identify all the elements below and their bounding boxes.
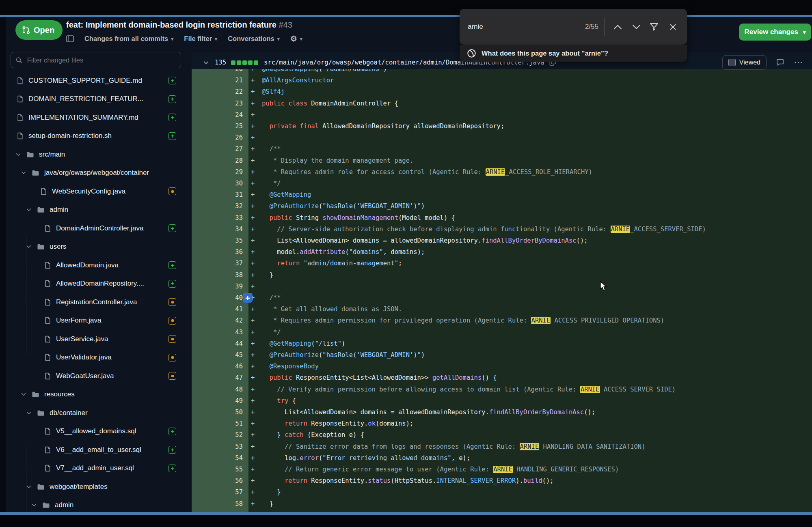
line-number[interactable]: 58 xyxy=(192,498,243,510)
tree-file-row[interactable]: V5__allowed_domains.sql+ xyxy=(0,422,192,441)
sidebar-toggle-icon[interactable] xyxy=(66,35,74,42)
tree-folder-row[interactable]: admin xyxy=(0,201,192,219)
folder-icon xyxy=(37,206,45,213)
tree-file-row[interactable]: IMPLEMENTATION_SUMMARY.md+ xyxy=(0,108,192,127)
diff-added-marker: + xyxy=(251,212,255,224)
line-number[interactable]: 38 xyxy=(192,269,243,281)
line-number[interactable]: 35 xyxy=(192,235,243,246)
find-filter-icon[interactable] xyxy=(647,9,661,45)
line-number[interactable]: 31 xyxy=(192,189,243,200)
line-number[interactable]: 49 xyxy=(192,395,243,407)
line-number[interactable]: 42 xyxy=(192,315,243,326)
tree-folder-row[interactable]: webgoat/templates xyxy=(0,478,192,496)
add-comment-button[interactable]: + xyxy=(243,293,253,303)
line-number[interactable]: 36 xyxy=(192,246,243,258)
tree-file-row[interactable]: WebGoatUser.java xyxy=(0,367,192,385)
tree-file-row[interactable]: DOMAIN_RESTRICTION_FEATUR...+ xyxy=(0,90,192,109)
diff-added-marker: + xyxy=(251,338,255,349)
modified-status-icon xyxy=(168,354,176,361)
ai-find-suggestion[interactable]: What does this page say about "arnie"? xyxy=(460,45,687,62)
filter-files-box[interactable] xyxy=(11,52,181,68)
find-previous-button[interactable] xyxy=(611,9,624,45)
tree-file-row[interactable]: AllowedDomainRepository....+ xyxy=(0,275,192,293)
line-number[interactable]: 39 xyxy=(192,281,243,292)
code-line: 33+ public String showDomainManagement(M… xyxy=(192,212,812,224)
code-line: 49+ try { xyxy=(192,395,812,407)
line-number[interactable]: 21 xyxy=(192,75,243,86)
tree-folder-row[interactable]: users xyxy=(0,238,192,256)
tree-file-row[interactable]: UserValidator.java xyxy=(0,348,192,367)
code-line: 35+ List<AllowedDomain> domains = allowe… xyxy=(192,235,812,246)
line-number[interactable]: 50 xyxy=(192,407,243,418)
tree-file-row[interactable]: UserForm.java xyxy=(0,312,192,330)
review-changes-button[interactable]: Review changes ▾ xyxy=(739,24,811,41)
find-close-button[interactable] xyxy=(666,9,680,45)
tree-folder-row[interactable]: java/org/owasp/webgoat/container xyxy=(0,164,192,183)
pr-number: #43 xyxy=(279,20,292,29)
tree-file-row[interactable]: setup-domain-restriction.sh+ xyxy=(0,127,192,146)
tree-file-row[interactable]: WebSecurityConfig.java xyxy=(0,182,192,201)
tree-file-row[interactable]: V6__add_email_to_user.sql+ xyxy=(0,441,192,459)
line-number[interactable]: 40 xyxy=(192,292,243,303)
collapse-file-chevron-icon[interactable] xyxy=(203,60,209,66)
line-number[interactable]: 22 xyxy=(192,86,243,97)
code-text: log.error("Error retrieving allowed doma… xyxy=(262,452,470,464)
find-next-button[interactable] xyxy=(629,9,643,45)
line-number[interactable]: 55 xyxy=(192,464,243,475)
diff-added-marker: + xyxy=(251,407,255,418)
filter-changed-files-input[interactable] xyxy=(26,56,176,65)
line-number[interactable]: 52 xyxy=(192,429,243,441)
line-number[interactable]: 26 xyxy=(192,132,243,143)
line-number[interactable]: 56 xyxy=(192,475,243,486)
line-number[interactable]: 48 xyxy=(192,384,243,395)
line-number[interactable]: 37 xyxy=(192,258,243,269)
line-number[interactable]: 54 xyxy=(192,452,243,464)
line-number[interactable]: 47 xyxy=(192,372,243,383)
code-line: 24+ xyxy=(192,109,812,120)
file-filter-dropdown[interactable]: File filter▾ xyxy=(184,35,217,43)
code-text: @ResponseBody xyxy=(262,361,319,372)
viewed-checkbox[interactable] xyxy=(728,59,736,66)
conversations-dropdown[interactable]: Conversations▾ xyxy=(228,35,280,43)
line-number[interactable]: 24 xyxy=(192,109,243,120)
tree-file-row[interactable]: RegistrationController.java xyxy=(0,293,192,312)
line-number[interactable]: 32 xyxy=(192,200,243,212)
line-number[interactable]: 53 xyxy=(192,441,243,452)
chevron-down-icon: ▾ xyxy=(300,36,302,42)
code-line: 56+ return ResponseEntity.status(HttpSta… xyxy=(192,475,812,486)
comment-icon[interactable] xyxy=(776,59,784,66)
line-number[interactable]: 46 xyxy=(192,361,243,372)
line-number[interactable]: 30 xyxy=(192,178,243,189)
tree-file-row[interactable]: CUSTOMER_SUPPORT_GUIDE.md+ xyxy=(0,71,192,90)
file-icon xyxy=(45,336,51,343)
tree-file-row[interactable]: UserService.java xyxy=(0,330,192,348)
line-number[interactable]: 57 xyxy=(192,486,243,498)
code-text: @AllArgsConstructor xyxy=(262,75,334,86)
diff-settings-dropdown[interactable]: ⚙▾ xyxy=(290,35,302,43)
line-number[interactable]: 45 xyxy=(192,349,243,361)
line-number[interactable]: 25 xyxy=(192,120,243,132)
code-line: 48+ // Verify admin permission before al… xyxy=(192,384,812,395)
code-text: * Requires admin role for access control… xyxy=(262,166,592,178)
tree-file-row[interactable]: DomainAdminController.java+ xyxy=(0,219,192,238)
line-number[interactable]: 33 xyxy=(192,212,243,224)
tree-folder-row[interactable]: resources xyxy=(0,385,192,404)
line-number[interactable]: 28 xyxy=(192,155,243,166)
line-number[interactable]: 43 xyxy=(192,327,243,338)
diff-added-marker: + xyxy=(251,441,255,452)
tree-file-row[interactable]: V7__add_admin_user.sql+ xyxy=(0,459,192,478)
changes-from-commits-dropdown[interactable]: Changes from all commits▾ xyxy=(84,35,173,43)
line-number[interactable]: 51 xyxy=(192,418,243,429)
tree-file-row[interactable]: AllowedDomain.java+ xyxy=(0,256,192,275)
line-number[interactable]: 41 xyxy=(192,303,243,315)
line-number[interactable]: 34 xyxy=(192,224,243,235)
tree-folder-row[interactable]: src/main xyxy=(0,145,192,164)
viewed-toggle[interactable]: Viewed xyxy=(722,55,767,70)
diff-added-marker: + xyxy=(251,178,255,189)
tree-folder-row[interactable]: db/container xyxy=(0,404,192,422)
line-number[interactable]: 44 xyxy=(192,338,243,349)
line-number[interactable]: 27 xyxy=(192,143,243,155)
find-query-input[interactable]: arnie xyxy=(468,9,483,45)
line-number[interactable]: 29 xyxy=(192,166,243,178)
line-number[interactable]: 23 xyxy=(192,98,243,109)
